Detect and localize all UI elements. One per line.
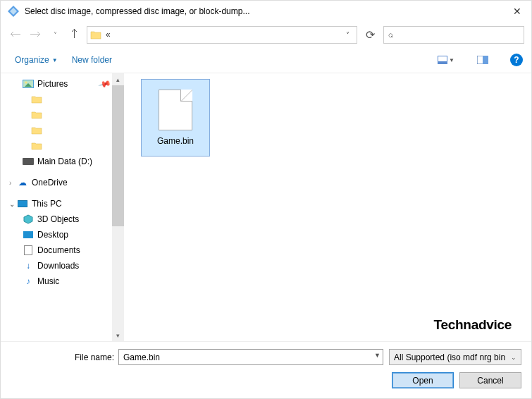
tree-item-3d-objects[interactable]: 3D Objects [1,211,124,227]
tree-label: Music [37,276,59,286]
tree-item-documents[interactable]: Documents [1,243,124,258]
preview-pane-button[interactable] [475,54,490,66]
pictures-icon [22,78,35,90]
file-icon [159,90,192,130]
splitter[interactable] [124,73,130,341]
tree-label: Desktop [37,230,68,240]
folder-icon [30,94,43,105]
desktop-icon [22,229,35,240]
chevron-down-icon: ▼ [52,57,58,63]
tree-label: Pictures [37,79,68,89]
drive-icon [22,156,35,167]
thumbnails-icon [438,56,447,64]
tree-label: Documents [37,245,80,255]
documents-icon [22,245,35,256]
chevron-down-icon: ▼ [449,57,454,63]
collapse-icon[interactable]: ⌄ [9,200,16,208]
tree-label: This PC [32,199,62,209]
open-button[interactable]: Open [392,372,454,388]
new-folder-button[interactable]: New folder [72,55,112,65]
folder-icon [30,125,43,136]
tree-item-pictures[interactable]: Pictures 📌 [1,76,124,92]
back-button[interactable]: 🡐 [8,27,23,42]
help-button[interactable]: ? [510,54,523,66]
tree-item-folder[interactable] [1,138,124,154]
window-title: Select disc image, compressed disc image… [25,6,510,16]
tree-item-folder[interactable] [1,92,124,107]
search-icon: ⌕ [388,30,393,39]
folder-icon [30,140,43,152]
dialog-body: Pictures 📌 Main Data (D:) › ☁ OneDrive ⌄ [1,73,531,342]
scroll-down-icon[interactable]: ▾ [112,329,124,341]
file-dialog-window: Select disc image, compressed disc image… [0,0,532,399]
forward-button[interactable]: 🡒 [27,27,43,42]
close-button[interactable]: ✕ [510,6,524,17]
titlebar: Select disc image, compressed disc image… [1,1,531,22]
filename-input[interactable] [118,349,383,365]
tree-label: 3D Objects [37,214,79,224]
tree-item-music[interactable]: ♪ Music [1,274,124,289]
expand-icon[interactable]: › [9,179,16,187]
file-list[interactable]: Game.bin Technadvice [130,73,531,341]
pin-icon: 📌 [98,77,112,91]
search-input[interactable]: ⌕ [383,26,524,44]
svg-rect-5 [483,56,488,64]
3d-icon [22,214,35,225]
watermark-text: Technadvice [434,317,512,333]
toolbar: Organize ▼ New folder ▼ ? [1,47,531,73]
tree-item-main-data[interactable]: Main Data (D:) [1,154,124,169]
navigation-bar: 🡐 🡒 ˅ 🡑 « ˅ ⟳ ⌕ [1,22,531,47]
svg-point-8 [25,82,27,84]
tree-item-folder[interactable] [1,123,124,138]
cloud-icon: ☁ [16,177,29,188]
tree-item-onedrive[interactable]: › ☁ OneDrive [1,175,124,190]
scroll-thumb[interactable] [112,85,124,226]
chevron-down-icon[interactable]: ▼ [374,352,381,359]
tree-item-this-pc[interactable]: ⌄ This PC [1,196,124,211]
tree-item-folder[interactable] [1,107,124,123]
organize-label: Organize [15,55,49,65]
file-label: Game.bin [157,136,194,146]
breadcrumb-dropdown-icon[interactable]: ˅ [342,31,354,39]
filename-combobox[interactable]: ▼ [118,349,383,365]
app-icon [8,6,19,17]
breadcrumb-bar[interactable]: « ˅ [87,26,357,44]
svg-rect-3 [438,56,447,61]
tree-item-downloads[interactable]: ↓ Downloads [1,258,124,274]
file-type-filter[interactable]: All Supported (iso mdf nrg bin ⌄ [389,349,521,365]
pc-icon [16,198,29,209]
filter-label: All Supported (iso mdf nrg bin [394,352,505,362]
recent-dropdown[interactable]: ˅ [47,27,63,42]
music-icon: ♪ [22,276,35,287]
organize-menu[interactable]: Organize ▼ [15,55,58,65]
folder-icon [30,109,43,121]
view-mode-button[interactable]: ▼ [435,54,457,66]
downloads-icon: ↓ [22,260,35,271]
chevron-down-icon: ⌄ [511,354,516,361]
filename-label: File name: [75,352,114,362]
tree-label: Downloads [37,261,79,271]
scroll-up-icon[interactable]: ▴ [112,73,124,85]
refresh-button[interactable]: ⟳ [361,26,379,44]
cancel-button[interactable]: Cancel [459,372,521,388]
tree-item-desktop[interactable]: Desktop [1,227,124,243]
file-item-selected[interactable]: Game.bin [141,79,210,156]
svg-marker-10 [24,215,32,223]
navigation-tree: Pictures 📌 Main Data (D:) › ☁ OneDrive ⌄ [1,73,124,341]
breadcrumb-text: « [106,30,111,39]
dialog-footer: File name: ▼ All Supported (iso mdf nrg … [1,342,531,398]
tree-scrollbar[interactable]: ▴ ▾ [112,73,124,341]
preview-pane-icon [477,56,488,64]
up-button[interactable]: 🡑 [67,27,82,42]
folder-icon [90,30,101,39]
tree-label: OneDrive [32,178,68,188]
tree-label: Main Data (D:) [37,156,92,166]
